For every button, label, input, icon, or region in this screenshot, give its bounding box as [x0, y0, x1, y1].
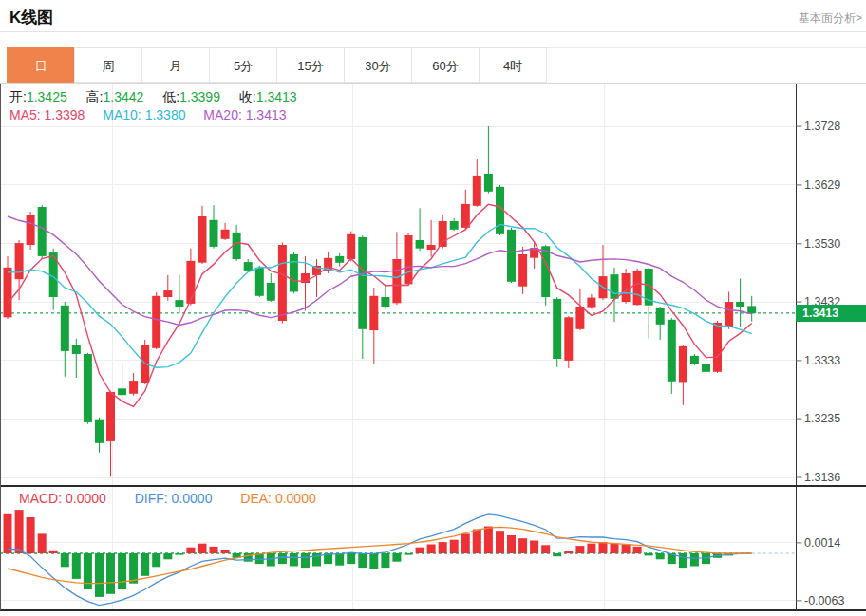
macd-axis-label: -0.0063 [804, 593, 844, 608]
price-axis-label: 1.3530 [804, 236, 840, 252]
ma10-legend: MA10: 1.3380 [103, 107, 185, 122]
price-axis-label: 1.3333 [804, 353, 840, 368]
dea-value-legend: DEA: 0.0000 [240, 491, 315, 506]
current-price-badge: 1.3413 [796, 305, 866, 322]
kline-widget: K线图 基本面分析> 日周月5分15分30分60分4时 开:1.3425 高:1… [0, 0, 866, 616]
ma5-legend: MA5: 1.3398 [9, 107, 85, 122]
high-value: 1.3442 [104, 89, 144, 104]
diff-value-legend: DIFF: 0.0000 [135, 491, 213, 506]
close-label: 收: [239, 89, 256, 104]
macd-value-legend: MACD: 0.0000 [19, 491, 106, 506]
price-axis-label: 1.3728 [804, 119, 840, 134]
macd-axis-label: 0.0014 [804, 535, 840, 551]
close-value: 1.3413 [256, 89, 297, 104]
price-axis-label: 1.3136 [804, 470, 840, 485]
price-axis-label: 1.3629 [804, 177, 840, 193]
open-value: 1.3425 [27, 89, 67, 104]
price-axis-label: 1.3235 [804, 411, 840, 426]
low-value: 1.3399 [179, 89, 220, 104]
ma5-line [8, 204, 752, 406]
ma-legend: MA5: 1.3398 MA10: 1.3380 MA20: 1.3413 [9, 107, 287, 122]
macd-legend: MACD: 0.0000 DIFF: 0.0000 DEA: 0.0000 [19, 491, 316, 506]
ohlc-legend: 开:1.3425 高:1.3442 低:1.3399 收:1.3413 [9, 89, 312, 106]
open-label: 开: [9, 89, 27, 104]
ma10-line [8, 224, 752, 367]
ma20-legend: MA20: 1.3413 [203, 107, 286, 122]
high-label: 高: [86, 89, 104, 104]
low-label: 低: [162, 89, 179, 104]
